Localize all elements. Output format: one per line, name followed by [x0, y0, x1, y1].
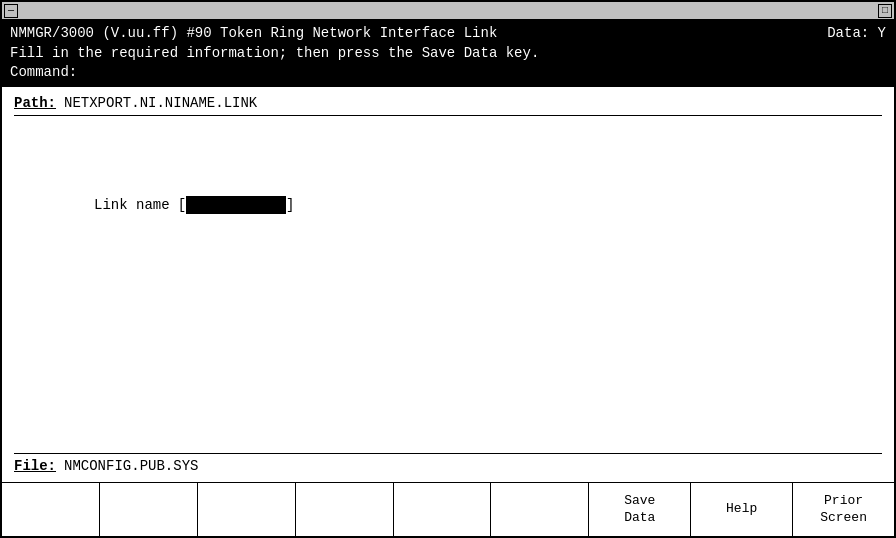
header-line2: Fill in the required information; then p…	[10, 44, 886, 64]
main-window: — □ NMMGR/3000 (V.uu.ff) #90 Token Ring …	[0, 0, 896, 538]
footer-btn-f3	[198, 483, 296, 536]
help-button[interactable]: Help	[691, 483, 793, 536]
footer-bar: SaveData Help PriorScreen	[2, 482, 894, 536]
footer-btn-f1	[2, 483, 100, 536]
footer-btn-f6	[491, 483, 589, 536]
file-line: File: NMCONFIG.PUB.SYS	[14, 453, 882, 474]
restore-button[interactable]: □	[878, 4, 892, 18]
header-command: Command:	[10, 63, 886, 83]
header-bar: NMMGR/3000 (V.uu.ff) #90 Token Ring Netw…	[2, 20, 894, 87]
bracket-left: [	[178, 197, 186, 213]
close-button[interactable]: —	[4, 4, 18, 18]
link-name-input-wrapper: [ ]	[178, 196, 295, 214]
form-area: Link name [ ]	[94, 196, 882, 214]
header-line1: NMMGR/3000 (V.uu.ff) #90 Token Ring Netw…	[10, 24, 886, 44]
link-name-input[interactable]	[186, 196, 286, 214]
footer-btn-f5	[394, 483, 492, 536]
path-line: Path: NETXPORT.NI.NINAME.LINK	[14, 95, 882, 116]
prior-screen-button[interactable]: PriorScreen	[793, 483, 894, 536]
footer-btn-f2	[100, 483, 198, 536]
link-name-label: Link name	[94, 197, 170, 213]
header-data-status: Data: Y	[827, 24, 886, 44]
save-data-button[interactable]: SaveData	[589, 483, 691, 536]
link-name-row: Link name [ ]	[94, 196, 294, 214]
window-content: NMMGR/3000 (V.uu.ff) #90 Token Ring Netw…	[2, 20, 894, 536]
footer-btn-f4	[296, 483, 394, 536]
header-title: NMMGR/3000 (V.uu.ff) #90 Token Ring Netw…	[10, 24, 497, 44]
path-value: NETXPORT.NI.NINAME.LINK	[64, 95, 257, 111]
bracket-right: ]	[286, 197, 294, 213]
titlebar: — □	[2, 2, 894, 20]
file-label: File:	[14, 458, 56, 474]
path-label: Path:	[14, 95, 56, 111]
file-value: NMCONFIG.PUB.SYS	[64, 458, 198, 474]
main-area: Path: NETXPORT.NI.NINAME.LINK Link name …	[2, 87, 894, 482]
